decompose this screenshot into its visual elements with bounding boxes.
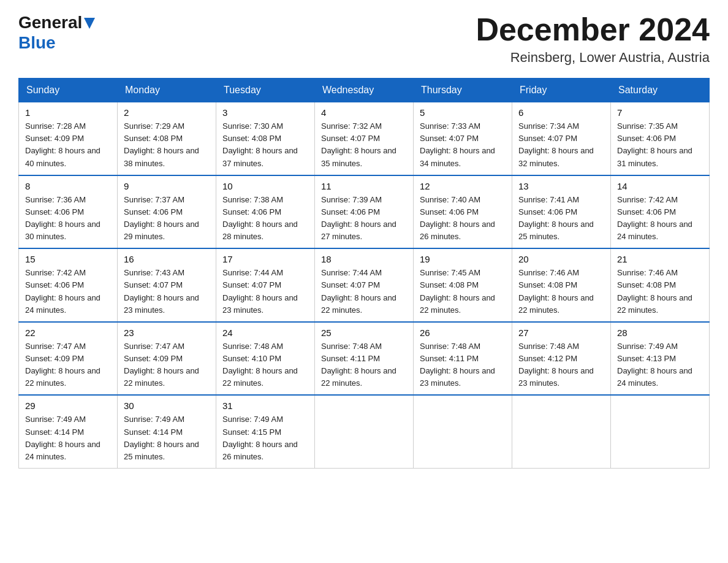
day-info: Sunrise: 7:40 AMSunset: 4:06 PMDaylight:…: [420, 194, 506, 243]
table-row: 10 Sunrise: 7:38 AMSunset: 4:06 PMDaylig…: [216, 175, 315, 249]
day-info: Sunrise: 7:38 AMSunset: 4:06 PMDaylight:…: [222, 194, 308, 243]
day-number: 24: [222, 327, 308, 338]
day-info: Sunrise: 7:34 AMSunset: 4:07 PMDaylight:…: [518, 120, 604, 170]
calendar-week-1: 1 Sunrise: 7:28 AMSunset: 4:09 PMDayligh…: [19, 102, 710, 175]
day-info: Sunrise: 7:43 AMSunset: 4:07 PMDaylight:…: [124, 267, 210, 316]
table-row: 9 Sunrise: 7:37 AMSunset: 4:06 PMDayligh…: [118, 175, 216, 249]
col-tuesday: Tuesday: [216, 79, 315, 102]
day-number: 2: [124, 107, 210, 118]
day-info: Sunrise: 7:46 AMSunset: 4:08 PMDaylight:…: [617, 267, 703, 316]
table-row: 23 Sunrise: 7:47 AMSunset: 4:09 PMDaylig…: [118, 322, 216, 396]
day-info: Sunrise: 7:45 AMSunset: 4:08 PMDaylight:…: [420, 267, 506, 316]
day-number: 20: [518, 254, 604, 264]
day-number: 15: [25, 254, 111, 264]
day-number: 6: [518, 107, 604, 118]
day-info: Sunrise: 7:42 AMSunset: 4:06 PMDaylight:…: [617, 194, 703, 243]
table-row: 13 Sunrise: 7:41 AMSunset: 4:06 PMDaylig…: [512, 175, 611, 249]
table-row: [414, 395, 512, 468]
day-info: Sunrise: 7:42 AMSunset: 4:06 PMDaylight:…: [25, 267, 111, 316]
title-section: December 2024 Reinsberg, Lower Austria, …: [476, 12, 710, 66]
day-number: 21: [617, 254, 703, 264]
location-label: Reinsberg, Lower Austria, Austria: [476, 50, 710, 66]
col-monday: Monday: [118, 79, 216, 102]
day-info: Sunrise: 7:48 AMSunset: 4:12 PMDaylight:…: [518, 340, 604, 390]
table-row: 3 Sunrise: 7:30 AMSunset: 4:08 PMDayligh…: [216, 102, 315, 175]
col-sunday: Sunday: [19, 79, 118, 102]
col-friday: Friday: [512, 79, 611, 102]
table-row: 25 Sunrise: 7:48 AMSunset: 4:11 PMDaylig…: [315, 322, 414, 396]
day-info: Sunrise: 7:39 AMSunset: 4:06 PMDaylight:…: [321, 194, 407, 243]
table-row: 16 Sunrise: 7:43 AMSunset: 4:07 PMDaylig…: [118, 248, 216, 322]
day-number: 31: [222, 400, 308, 411]
day-number: 10: [222, 181, 308, 191]
day-number: 19: [420, 254, 506, 264]
calendar-week-4: 22 Sunrise: 7:47 AMSunset: 4:09 PMDaylig…: [19, 322, 710, 396]
table-row: 26 Sunrise: 7:48 AMSunset: 4:11 PMDaylig…: [414, 322, 512, 396]
table-row: 15 Sunrise: 7:42 AMSunset: 4:06 PMDaylig…: [19, 248, 118, 322]
table-row: [315, 395, 414, 468]
day-info: Sunrise: 7:33 AMSunset: 4:07 PMDaylight:…: [420, 120, 506, 170]
day-number: 23: [124, 327, 210, 338]
table-row: 30 Sunrise: 7:49 AMSunset: 4:14 PMDaylig…: [118, 395, 216, 468]
col-saturday: Saturday: [611, 79, 710, 102]
day-info: Sunrise: 7:48 AMSunset: 4:11 PMDaylight:…: [420, 340, 506, 390]
day-info: Sunrise: 7:36 AMSunset: 4:06 PMDaylight:…: [25, 194, 111, 243]
day-info: Sunrise: 7:28 AMSunset: 4:09 PMDaylight:…: [25, 120, 111, 170]
table-row: 29 Sunrise: 7:49 AMSunset: 4:14 PMDaylig…: [19, 395, 118, 468]
table-row: 6 Sunrise: 7:34 AMSunset: 4:07 PMDayligh…: [512, 102, 611, 175]
day-number: 3: [222, 107, 308, 118]
day-number: 29: [25, 400, 111, 411]
table-row: 11 Sunrise: 7:39 AMSunset: 4:06 PMDaylig…: [315, 175, 414, 249]
day-info: Sunrise: 7:37 AMSunset: 4:06 PMDaylight:…: [124, 194, 210, 243]
table-row: [611, 395, 710, 468]
logo-arrow-icon: [84, 18, 95, 29]
day-number: 26: [420, 327, 506, 338]
day-number: 5: [420, 107, 506, 118]
table-row: 7 Sunrise: 7:35 AMSunset: 4:06 PMDayligh…: [611, 102, 710, 175]
table-row: 19 Sunrise: 7:45 AMSunset: 4:08 PMDaylig…: [414, 248, 512, 322]
day-info: Sunrise: 7:30 AMSunset: 4:08 PMDaylight:…: [222, 120, 308, 170]
table-row: 14 Sunrise: 7:42 AMSunset: 4:06 PMDaylig…: [611, 175, 710, 249]
day-number: 18: [321, 254, 407, 264]
day-number: 8: [25, 181, 111, 191]
day-info: Sunrise: 7:49 AMSunset: 4:15 PMDaylight:…: [222, 413, 308, 463]
day-info: Sunrise: 7:46 AMSunset: 4:08 PMDaylight:…: [518, 267, 604, 316]
day-info: Sunrise: 7:35 AMSunset: 4:06 PMDaylight:…: [617, 120, 703, 170]
day-info: Sunrise: 7:44 AMSunset: 4:07 PMDaylight:…: [321, 267, 407, 316]
day-number: 13: [518, 181, 604, 191]
table-row: 28 Sunrise: 7:49 AMSunset: 4:13 PMDaylig…: [611, 322, 710, 396]
day-info: Sunrise: 7:49 AMSunset: 4:13 PMDaylight:…: [617, 340, 703, 390]
table-row: 18 Sunrise: 7:44 AMSunset: 4:07 PMDaylig…: [315, 248, 414, 322]
day-info: Sunrise: 7:44 AMSunset: 4:07 PMDaylight:…: [222, 267, 308, 316]
table-row: 31 Sunrise: 7:49 AMSunset: 4:15 PMDaylig…: [216, 395, 315, 468]
day-info: Sunrise: 7:49 AMSunset: 4:14 PMDaylight:…: [25, 413, 111, 463]
day-number: 27: [518, 327, 604, 338]
day-info: Sunrise: 7:29 AMSunset: 4:08 PMDaylight:…: [124, 120, 210, 170]
table-row: 8 Sunrise: 7:36 AMSunset: 4:06 PMDayligh…: [19, 175, 118, 249]
table-row: 24 Sunrise: 7:48 AMSunset: 4:10 PMDaylig…: [216, 322, 315, 396]
calendar-week-5: 29 Sunrise: 7:49 AMSunset: 4:14 PMDaylig…: [19, 395, 710, 468]
table-row: 2 Sunrise: 7:29 AMSunset: 4:08 PMDayligh…: [118, 102, 216, 175]
day-number: 9: [124, 181, 210, 191]
page-header: General Blue December 2024 Reinsberg, Lo…: [18, 12, 710, 66]
day-number: 22: [25, 327, 111, 338]
calendar-table: Sunday Monday Tuesday Wednesday Thursday…: [18, 78, 710, 469]
table-row: 21 Sunrise: 7:46 AMSunset: 4:08 PMDaylig…: [611, 248, 710, 322]
col-thursday: Thursday: [414, 79, 512, 102]
logo-general-text: General: [18, 12, 95, 33]
table-row: 17 Sunrise: 7:44 AMSunset: 4:07 PMDaylig…: [216, 248, 315, 322]
table-row: 5 Sunrise: 7:33 AMSunset: 4:07 PMDayligh…: [414, 102, 512, 175]
table-row: [512, 395, 611, 468]
day-number: 17: [222, 254, 308, 264]
svg-marker-0: [84, 18, 95, 29]
table-row: 12 Sunrise: 7:40 AMSunset: 4:06 PMDaylig…: [414, 175, 512, 249]
day-number: 14: [617, 181, 703, 191]
day-number: 7: [617, 107, 703, 118]
day-number: 12: [420, 181, 506, 191]
day-number: 28: [617, 327, 703, 338]
logo: General Blue: [18, 12, 95, 53]
logo-blue-label: Blue: [18, 33, 56, 53]
day-info: Sunrise: 7:47 AMSunset: 4:09 PMDaylight:…: [124, 340, 210, 390]
day-number: 1: [25, 107, 111, 118]
day-info: Sunrise: 7:48 AMSunset: 4:11 PMDaylight:…: [321, 340, 407, 390]
